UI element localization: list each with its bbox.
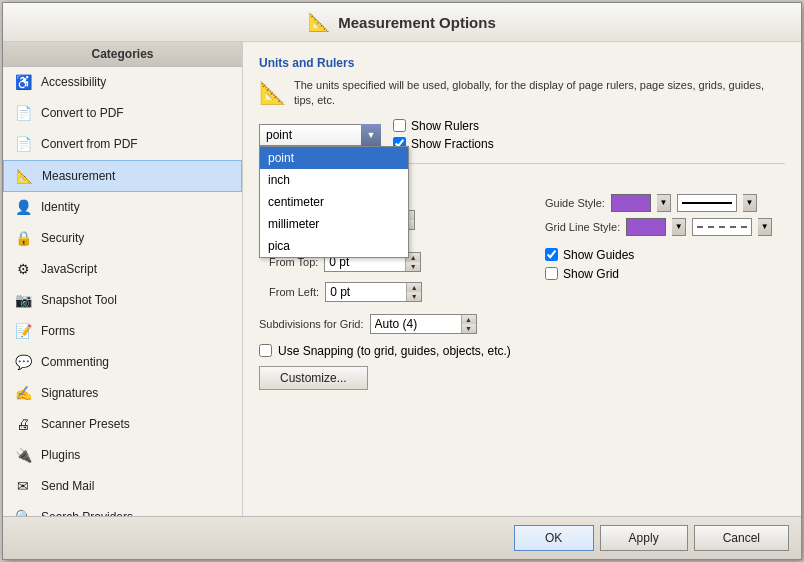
unit-option-inch[interactable]: inch: [260, 169, 408, 191]
sidebar-icon-search-providers: 🔍: [13, 507, 33, 516]
sidebar-icon-commenting: 💬: [13, 352, 33, 372]
guide-style-row: Guide Style: ▼ ▼: [545, 194, 785, 212]
from-top-down[interactable]: ▼: [406, 262, 420, 271]
from-left-field: From Left: ▲ ▼: [269, 282, 537, 302]
unit-row: point ▼ point inch centimeter millimeter…: [259, 119, 785, 151]
sidebar-list[interactable]: ♿ Accessibility 📄 Convert to PDF 📄 Conve…: [3, 67, 242, 516]
show-grid-checkbox[interactable]: [545, 267, 558, 280]
customize-button[interactable]: Customize...: [259, 366, 368, 390]
sidebar-label-plugins: Plugins: [41, 448, 80, 462]
sidebar-label-convert-from-pdf: Convert from PDF: [41, 137, 138, 151]
sidebar-item-signatures[interactable]: ✍ Signatures: [3, 378, 242, 409]
show-fractions-label: Show Fractions: [411, 137, 494, 151]
from-left-label: From Left:: [269, 286, 319, 298]
sidebar-icon-plugins: 🔌: [13, 445, 33, 465]
sidebar-icon-forms: 📝: [13, 321, 33, 341]
measurement-icon: 📐: [308, 11, 330, 33]
unit-dropdown-value[interactable]: point: [260, 125, 380, 145]
sidebar-item-convert-from-pdf[interactable]: 📄 Convert from PDF: [3, 129, 242, 160]
subdiv-up[interactable]: ▲: [462, 315, 476, 324]
from-left-down[interactable]: ▼: [407, 292, 421, 301]
sidebar-icon-measurement: 📐: [14, 166, 34, 186]
grid-line-style-row: Grid Line Style: ▼ ▼: [545, 218, 785, 236]
sidebar-item-snapshot-tool[interactable]: 📷 Snapshot Tool: [3, 285, 242, 316]
sidebar-icon-javascript: ⚙: [13, 259, 33, 279]
sidebar-item-forms[interactable]: 📝 Forms: [3, 316, 242, 347]
sidebar-item-search-providers[interactable]: 🔍 Search Providers: [3, 502, 242, 516]
units-section-label: Units and Rulers: [259, 56, 785, 70]
show-grid-row: Show Grid: [545, 267, 785, 281]
sidebar-icon-convert-from-pdf: 📄: [13, 134, 33, 154]
guide-line-swatch[interactable]: [677, 194, 737, 212]
grid-line-style-label: Grid Line Style:: [545, 221, 620, 233]
sidebar-label-commenting: Commenting: [41, 355, 109, 369]
sidebar-label-accessibility: Accessibility: [41, 75, 106, 89]
sidebar-item-accessibility[interactable]: ♿ Accessibility: [3, 67, 242, 98]
guide-style-label: Guide Style:: [545, 197, 605, 209]
unit-option-point[interactable]: point: [260, 147, 408, 169]
show-grid-label: Show Grid: [563, 267, 619, 281]
subdiv-down[interactable]: ▼: [462, 324, 476, 333]
from-left-input[interactable]: [326, 283, 406, 301]
show-guides-label: Show Guides: [563, 248, 634, 262]
main-content: Units and Rulers 📐 The units specified w…: [243, 42, 801, 516]
sidebar-label-convert-to-pdf: Convert to PDF: [41, 106, 124, 120]
sidebar-item-javascript[interactable]: ⚙ JavaScript: [3, 254, 242, 285]
sidebar: Categories ♿ Accessibility 📄 Convert to …: [3, 42, 243, 516]
subdiv-spinner[interactable]: ▲ ▼: [370, 314, 477, 334]
sidebar-item-commenting[interactable]: 💬 Commenting: [3, 347, 242, 378]
apply-button[interactable]: Apply: [600, 525, 688, 551]
info-text: The units specified will be used, global…: [294, 78, 785, 109]
sidebar-item-measurement[interactable]: 📐 Measurement: [3, 160, 242, 192]
unit-option-pica[interactable]: pica: [260, 235, 408, 257]
sidebar-icon-snapshot-tool: 📷: [13, 290, 33, 310]
from-left-btns: ▲ ▼: [406, 283, 421, 301]
from-left-spinner[interactable]: ▲ ▼: [325, 282, 422, 302]
sidebar-label-send-mail: Send Mail: [41, 479, 94, 493]
sidebar-item-security[interactable]: 🔒 Security: [3, 223, 242, 254]
snapping-row: Use Snapping (to grid, guides, objects, …: [259, 344, 785, 358]
sidebar-icon-identity: 👤: [13, 197, 33, 217]
sidebar-item-send-mail[interactable]: ✉ Send Mail: [3, 471, 242, 502]
sidebar-icon-security: 🔒: [13, 228, 33, 248]
dialog-header: 📐 Measurement Options: [3, 3, 801, 42]
snapping-label: Use Snapping (to grid, guides, objects, …: [278, 344, 511, 358]
show-rulers-row: Show Rulers: [393, 119, 494, 133]
show-rulers-checkbox[interactable]: [393, 119, 406, 132]
unit-dropdown-wrapper: point ▼ point inch centimeter millimeter…: [259, 124, 381, 146]
subdiv-row: Subdivisions for Grid: ▲ ▼: [259, 314, 537, 334]
sidebar-icon-scanner-presets: 🖨: [13, 414, 33, 434]
sidebar-item-scanner-presets[interactable]: 🖨 Scanner Presets: [3, 409, 242, 440]
cancel-button[interactable]: Cancel: [694, 525, 789, 551]
from-left-up[interactable]: ▲: [407, 283, 421, 292]
sidebar-item-identity[interactable]: 👤 Identity: [3, 192, 242, 223]
dialog-title: Measurement Options: [338, 14, 496, 31]
show-guides-checkbox[interactable]: [545, 248, 558, 261]
sidebar-label-snapshot-tool: Snapshot Tool: [41, 293, 117, 307]
show-guides-row: Show Guides: [545, 248, 785, 262]
sidebar-item-convert-to-pdf[interactable]: 📄 Convert to PDF: [3, 98, 242, 129]
guide-line-dropdown-btn[interactable]: ▼: [743, 194, 757, 212]
guide-color-swatch[interactable]: [611, 194, 651, 212]
sidebar-icon-signatures: ✍: [13, 383, 33, 403]
sidebar-title: Categories: [3, 42, 242, 67]
unit-option-centimeter[interactable]: centimeter: [260, 191, 408, 213]
grid-color-dropdown-btn[interactable]: ▼: [672, 218, 686, 236]
sidebar-icon-send-mail: ✉: [13, 476, 33, 496]
sidebar-label-security: Security: [41, 231, 84, 245]
grid-line-dashed: [697, 226, 747, 228]
sidebar-item-plugins[interactable]: 🔌 Plugins: [3, 440, 242, 471]
sidebar-label-scanner-presets: Scanner Presets: [41, 417, 130, 431]
subdiv-input[interactable]: [371, 315, 461, 333]
snapping-checkbox[interactable]: [259, 344, 272, 357]
ok-button[interactable]: OK: [514, 525, 594, 551]
unit-option-millimeter[interactable]: millimeter: [260, 213, 408, 235]
guide-color-dropdown-btn[interactable]: ▼: [657, 194, 671, 212]
sidebar-icon-accessibility: ♿: [13, 72, 33, 92]
grid-line-swatch[interactable]: [692, 218, 752, 236]
dialog-footer: OK Apply Cancel: [3, 516, 801, 559]
grid-right-col: Guide Style: ▼ ▼ Grid Line Style: ▼: [545, 194, 785, 334]
grid-color-swatch[interactable]: [626, 218, 666, 236]
info-icon: 📐: [259, 80, 286, 106]
grid-line-dropdown-btn[interactable]: ▼: [758, 218, 772, 236]
